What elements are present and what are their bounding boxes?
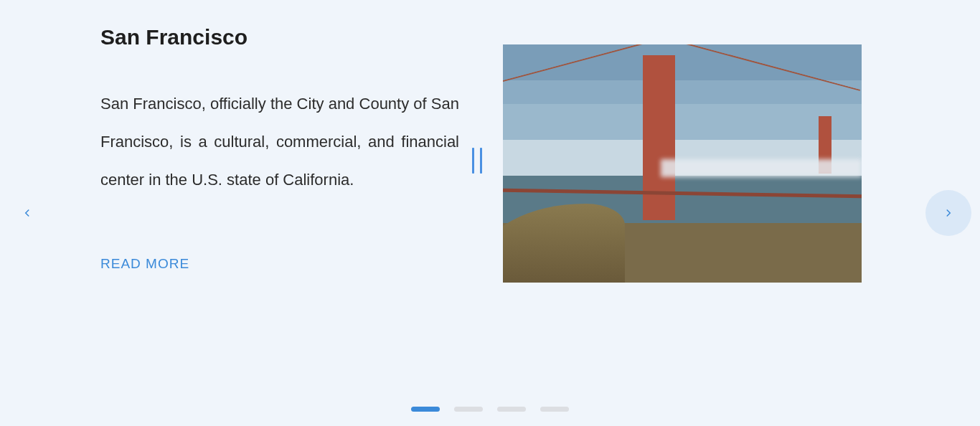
slide-image-column bbox=[503, 22, 862, 283]
slide-title: San Francisco bbox=[100, 25, 459, 49]
dot-4[interactable] bbox=[540, 407, 569, 412]
chevron-left-icon bbox=[21, 207, 34, 219]
slide-image bbox=[503, 44, 862, 283]
dot-2[interactable] bbox=[454, 407, 483, 412]
dot-3[interactable] bbox=[497, 407, 526, 412]
pagination-dots bbox=[411, 407, 569, 412]
carousel: San Francisco San Francisco, officially … bbox=[0, 0, 980, 426]
next-button[interactable] bbox=[925, 190, 971, 236]
pause-icon[interactable] bbox=[472, 148, 482, 174]
slide-text-column: San Francisco San Francisco, officially … bbox=[100, 22, 459, 272]
prev-button[interactable] bbox=[4, 190, 50, 236]
chevron-right-icon bbox=[942, 207, 955, 219]
slide: San Francisco San Francisco, officially … bbox=[36, 0, 944, 426]
pause-bar-1 bbox=[472, 148, 474, 174]
read-more-link[interactable]: READ MORE bbox=[100, 256, 189, 272]
slide-description: San Francisco, officially the City and C… bbox=[100, 85, 459, 199]
dot-1[interactable] bbox=[411, 407, 440, 412]
pause-bar-2 bbox=[480, 148, 482, 174]
